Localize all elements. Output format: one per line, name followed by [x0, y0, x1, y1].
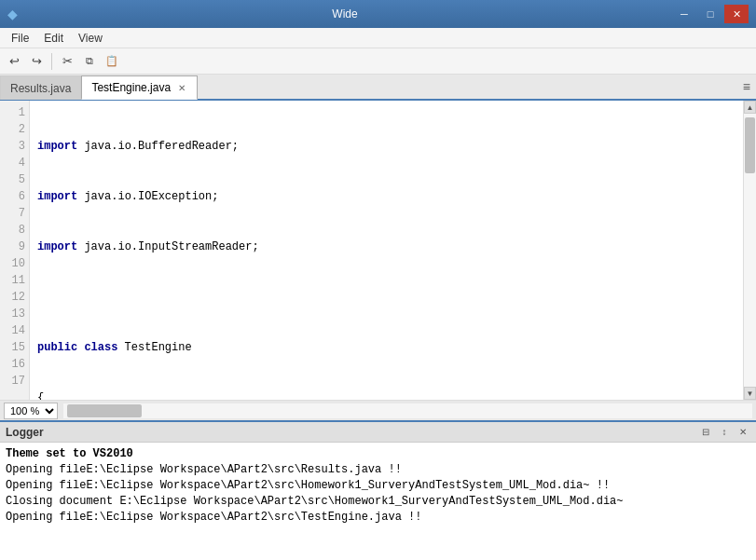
log-line: Opening fileE:\Eclipse Workspace\APart2\…: [6, 478, 750, 494]
tab-results-java[interactable]: Results.java: [0, 75, 81, 100]
log-line: Theme set to VS2010: [6, 446, 750, 462]
vertical-scrollbar[interactable]: ▲ ▼: [743, 101, 756, 400]
scroll-track[interactable]: [744, 114, 756, 387]
code-line: {: [37, 389, 735, 400]
tab-label: Results.java: [10, 82, 71, 95]
menu-view[interactable]: View: [71, 30, 110, 47]
logger-panel: Logger ⊟ ↕ ✕ Theme set to VS2010 Opening…: [0, 420, 756, 560]
tabs-scroll-button[interactable]: ≡: [737, 79, 756, 94]
horizontal-scroll-thumb[interactable]: [67, 404, 142, 417]
zoom-select[interactable]: 100 % 75 % 125 % 150 %: [4, 403, 58, 419]
logger-content: Theme set to VS2010 Opening fileE:\Eclip…: [0, 443, 756, 560]
toolbar-copy[interactable]: ⧉: [79, 51, 100, 72]
toolbar: ↩ ↪ ✂ ⧉ 📋: [0, 48, 756, 75]
logger-close-button[interactable]: ✕: [735, 425, 750, 440]
code-content[interactable]: import java.io.BufferedReader; import ja…: [30, 101, 743, 400]
minimize-button[interactable]: ─: [672, 5, 696, 23]
scroll-down-arrow[interactable]: ▼: [744, 387, 756, 400]
log-line: Closing document E:\Eclipse Workspace\AP…: [6, 494, 750, 510]
logger-title: Logger: [6, 426, 44, 439]
logger-header: Logger ⊟ ↕ ✕: [0, 422, 756, 443]
code-line: import java.io.InputStreamReader;: [37, 239, 735, 255]
scroll-up-arrow[interactable]: ▲: [744, 101, 756, 114]
zoom-bar: 100 % 75 % 125 % 150 %: [0, 400, 756, 420]
logger-controls: ⊟ ↕ ✕: [698, 425, 750, 440]
close-button[interactable]: ✕: [724, 5, 749, 23]
code-line: public class TestEngine: [37, 339, 735, 356]
scroll-thumb[interactable]: [745, 117, 755, 173]
menu-file[interactable]: File: [4, 30, 36, 47]
code-line: import java.io.IOException;: [37, 188, 735, 205]
logger-pin-button[interactable]: ⊟: [698, 425, 713, 440]
window-title: Wide: [18, 7, 672, 20]
tab-testengine-java[interactable]: TestEngine.java ✕: [81, 75, 198, 100]
toolbar-undo[interactable]: ↩: [4, 51, 24, 72]
toolbar-cut[interactable]: ✂: [57, 51, 77, 72]
log-line: Opening fileE:\Eclipse Workspace\APart2\…: [6, 462, 750, 478]
restore-button[interactable]: □: [698, 5, 722, 23]
toolbar-separator-1: [51, 53, 52, 70]
tabs-bar: Results.java TestEngine.java ✕ ≡: [0, 75, 756, 101]
log-line: Opening fileE:\Eclipse Workspace\APart2\…: [6, 510, 750, 526]
code-line: import java.io.BufferedReader;: [37, 138, 735, 155]
horizontal-scroll-track[interactable]: [63, 403, 752, 418]
window-controls: ─ □ ✕: [672, 5, 749, 23]
code-line: [37, 289, 735, 306]
menu-bar: File Edit View: [0, 28, 756, 48]
main-layout: Results.java TestEngine.java ✕ ≡ 12345 6…: [0, 75, 756, 560]
app-icon: ◆: [7, 7, 18, 21]
tab-label: TestEngine.java: [91, 81, 171, 94]
toolbar-redo[interactable]: ↪: [26, 51, 47, 72]
logger-float-button[interactable]: ↕: [717, 425, 732, 440]
line-numbers: 12345 678910 1112131415 1617: [0, 101, 30, 400]
tab-close-button[interactable]: ✕: [176, 82, 187, 94]
editor-container: Results.java TestEngine.java ✕ ≡ 12345 6…: [0, 75, 756, 420]
code-editor: 12345 678910 1112131415 1617 import java…: [0, 101, 756, 400]
toolbar-paste[interactable]: 📋: [102, 51, 122, 72]
menu-edit[interactable]: Edit: [36, 30, 71, 47]
title-bar: ◆ Wide ─ □ ✕: [0, 0, 756, 28]
